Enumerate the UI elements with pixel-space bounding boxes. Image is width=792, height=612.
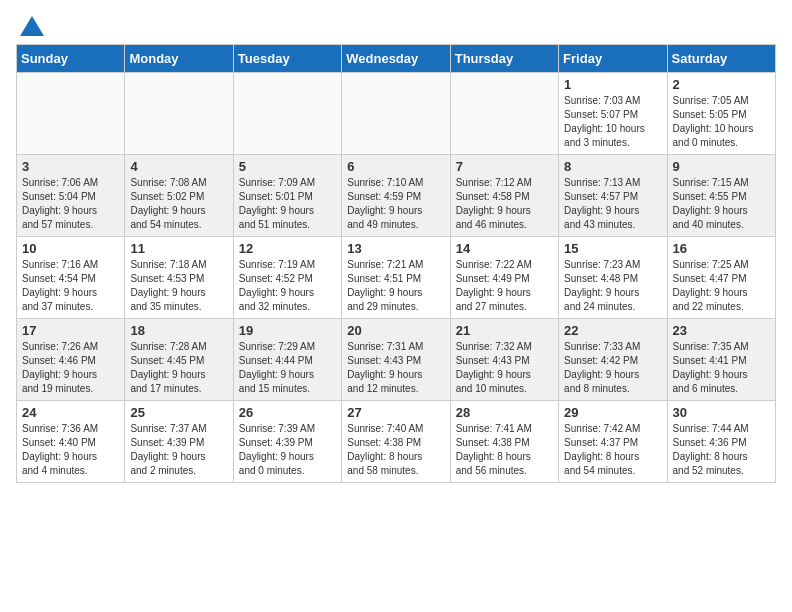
day-detail: Sunrise: 7:15 AM Sunset: 4:55 PM Dayligh… bbox=[673, 176, 770, 232]
calendar-cell: 6Sunrise: 7:10 AM Sunset: 4:59 PM Daylig… bbox=[342, 155, 450, 237]
day-number: 25 bbox=[130, 405, 227, 420]
calendar-cell: 30Sunrise: 7:44 AM Sunset: 4:36 PM Dayli… bbox=[667, 401, 775, 483]
calendar-cell: 3Sunrise: 7:06 AM Sunset: 5:04 PM Daylig… bbox=[17, 155, 125, 237]
day-detail: Sunrise: 7:39 AM Sunset: 4:39 PM Dayligh… bbox=[239, 422, 336, 478]
day-detail: Sunrise: 7:06 AM Sunset: 5:04 PM Dayligh… bbox=[22, 176, 119, 232]
calendar-cell: 25Sunrise: 7:37 AM Sunset: 4:39 PM Dayli… bbox=[125, 401, 233, 483]
calendar-cell: 13Sunrise: 7:21 AM Sunset: 4:51 PM Dayli… bbox=[342, 237, 450, 319]
day-number: 18 bbox=[130, 323, 227, 338]
week-row-4: 17Sunrise: 7:26 AM Sunset: 4:46 PM Dayli… bbox=[17, 319, 776, 401]
col-header-tuesday: Tuesday bbox=[233, 45, 341, 73]
day-detail: Sunrise: 7:19 AM Sunset: 4:52 PM Dayligh… bbox=[239, 258, 336, 314]
day-detail: Sunrise: 7:35 AM Sunset: 4:41 PM Dayligh… bbox=[673, 340, 770, 396]
day-number: 13 bbox=[347, 241, 444, 256]
col-header-friday: Friday bbox=[559, 45, 667, 73]
calendar-cell: 26Sunrise: 7:39 AM Sunset: 4:39 PM Dayli… bbox=[233, 401, 341, 483]
day-number: 24 bbox=[22, 405, 119, 420]
day-detail: Sunrise: 7:31 AM Sunset: 4:43 PM Dayligh… bbox=[347, 340, 444, 396]
day-number: 5 bbox=[239, 159, 336, 174]
day-number: 12 bbox=[239, 241, 336, 256]
calendar-cell: 18Sunrise: 7:28 AM Sunset: 4:45 PM Dayli… bbox=[125, 319, 233, 401]
col-header-monday: Monday bbox=[125, 45, 233, 73]
calendar-cell: 27Sunrise: 7:40 AM Sunset: 4:38 PM Dayli… bbox=[342, 401, 450, 483]
calendar-header: SundayMondayTuesdayWednesdayThursdayFrid… bbox=[17, 45, 776, 73]
day-detail: Sunrise: 7:40 AM Sunset: 4:38 PM Dayligh… bbox=[347, 422, 444, 478]
calendar-cell: 16Sunrise: 7:25 AM Sunset: 4:47 PM Dayli… bbox=[667, 237, 775, 319]
calendar-cell: 5Sunrise: 7:09 AM Sunset: 5:01 PM Daylig… bbox=[233, 155, 341, 237]
calendar-body: 1Sunrise: 7:03 AM Sunset: 5:07 PM Daylig… bbox=[17, 73, 776, 483]
calendar-cell: 4Sunrise: 7:08 AM Sunset: 5:02 PM Daylig… bbox=[125, 155, 233, 237]
calendar-cell: 7Sunrise: 7:12 AM Sunset: 4:58 PM Daylig… bbox=[450, 155, 558, 237]
header-row: SundayMondayTuesdayWednesdayThursdayFrid… bbox=[17, 45, 776, 73]
day-detail: Sunrise: 7:13 AM Sunset: 4:57 PM Dayligh… bbox=[564, 176, 661, 232]
calendar-cell: 23Sunrise: 7:35 AM Sunset: 4:41 PM Dayli… bbox=[667, 319, 775, 401]
day-number: 3 bbox=[22, 159, 119, 174]
day-number: 29 bbox=[564, 405, 661, 420]
day-detail: Sunrise: 7:26 AM Sunset: 4:46 PM Dayligh… bbox=[22, 340, 119, 396]
day-detail: Sunrise: 7:03 AM Sunset: 5:07 PM Dayligh… bbox=[564, 94, 661, 150]
day-detail: Sunrise: 7:10 AM Sunset: 4:59 PM Dayligh… bbox=[347, 176, 444, 232]
day-detail: Sunrise: 7:23 AM Sunset: 4:48 PM Dayligh… bbox=[564, 258, 661, 314]
day-detail: Sunrise: 7:32 AM Sunset: 4:43 PM Dayligh… bbox=[456, 340, 553, 396]
day-number: 26 bbox=[239, 405, 336, 420]
calendar-cell: 9Sunrise: 7:15 AM Sunset: 4:55 PM Daylig… bbox=[667, 155, 775, 237]
day-number: 11 bbox=[130, 241, 227, 256]
day-number: 14 bbox=[456, 241, 553, 256]
calendar-cell: 11Sunrise: 7:18 AM Sunset: 4:53 PM Dayli… bbox=[125, 237, 233, 319]
day-number: 23 bbox=[673, 323, 770, 338]
calendar-cell: 22Sunrise: 7:33 AM Sunset: 4:42 PM Dayli… bbox=[559, 319, 667, 401]
day-detail: Sunrise: 7:41 AM Sunset: 4:38 PM Dayligh… bbox=[456, 422, 553, 478]
calendar-cell: 29Sunrise: 7:42 AM Sunset: 4:37 PM Dayli… bbox=[559, 401, 667, 483]
day-detail: Sunrise: 7:16 AM Sunset: 4:54 PM Dayligh… bbox=[22, 258, 119, 314]
calendar-cell: 15Sunrise: 7:23 AM Sunset: 4:48 PM Dayli… bbox=[559, 237, 667, 319]
day-detail: Sunrise: 7:05 AM Sunset: 5:05 PM Dayligh… bbox=[673, 94, 770, 150]
col-header-wednesday: Wednesday bbox=[342, 45, 450, 73]
calendar-cell: 21Sunrise: 7:32 AM Sunset: 4:43 PM Dayli… bbox=[450, 319, 558, 401]
day-number: 28 bbox=[456, 405, 553, 420]
day-number: 16 bbox=[673, 241, 770, 256]
day-number: 8 bbox=[564, 159, 661, 174]
calendar-cell: 19Sunrise: 7:29 AM Sunset: 4:44 PM Dayli… bbox=[233, 319, 341, 401]
day-number: 9 bbox=[673, 159, 770, 174]
calendar-cell: 28Sunrise: 7:41 AM Sunset: 4:38 PM Dayli… bbox=[450, 401, 558, 483]
col-header-thursday: Thursday bbox=[450, 45, 558, 73]
day-number: 17 bbox=[22, 323, 119, 338]
logo-icon bbox=[20, 16, 44, 36]
day-detail: Sunrise: 7:18 AM Sunset: 4:53 PM Dayligh… bbox=[130, 258, 227, 314]
calendar-cell: 10Sunrise: 7:16 AM Sunset: 4:54 PM Dayli… bbox=[17, 237, 125, 319]
week-row-5: 24Sunrise: 7:36 AM Sunset: 4:40 PM Dayli… bbox=[17, 401, 776, 483]
day-detail: Sunrise: 7:21 AM Sunset: 4:51 PM Dayligh… bbox=[347, 258, 444, 314]
calendar-cell: 24Sunrise: 7:36 AM Sunset: 4:40 PM Dayli… bbox=[17, 401, 125, 483]
calendar-cell bbox=[450, 73, 558, 155]
week-row-3: 10Sunrise: 7:16 AM Sunset: 4:54 PM Dayli… bbox=[17, 237, 776, 319]
day-detail: Sunrise: 7:33 AM Sunset: 4:42 PM Dayligh… bbox=[564, 340, 661, 396]
day-detail: Sunrise: 7:12 AM Sunset: 4:58 PM Dayligh… bbox=[456, 176, 553, 232]
day-detail: Sunrise: 7:44 AM Sunset: 4:36 PM Dayligh… bbox=[673, 422, 770, 478]
day-number: 19 bbox=[239, 323, 336, 338]
day-number: 15 bbox=[564, 241, 661, 256]
calendar-cell bbox=[233, 73, 341, 155]
day-detail: Sunrise: 7:29 AM Sunset: 4:44 PM Dayligh… bbox=[239, 340, 336, 396]
day-number: 1 bbox=[564, 77, 661, 92]
day-number: 2 bbox=[673, 77, 770, 92]
calendar-cell: 17Sunrise: 7:26 AM Sunset: 4:46 PM Dayli… bbox=[17, 319, 125, 401]
calendar-cell: 1Sunrise: 7:03 AM Sunset: 5:07 PM Daylig… bbox=[559, 73, 667, 155]
calendar-cell: 2Sunrise: 7:05 AM Sunset: 5:05 PM Daylig… bbox=[667, 73, 775, 155]
calendar-cell bbox=[125, 73, 233, 155]
day-detail: Sunrise: 7:37 AM Sunset: 4:39 PM Dayligh… bbox=[130, 422, 227, 478]
calendar-cell: 12Sunrise: 7:19 AM Sunset: 4:52 PM Dayli… bbox=[233, 237, 341, 319]
week-row-1: 1Sunrise: 7:03 AM Sunset: 5:07 PM Daylig… bbox=[17, 73, 776, 155]
day-number: 21 bbox=[456, 323, 553, 338]
calendar-cell: 14Sunrise: 7:22 AM Sunset: 4:49 PM Dayli… bbox=[450, 237, 558, 319]
day-detail: Sunrise: 7:08 AM Sunset: 5:02 PM Dayligh… bbox=[130, 176, 227, 232]
day-number: 30 bbox=[673, 405, 770, 420]
day-detail: Sunrise: 7:28 AM Sunset: 4:45 PM Dayligh… bbox=[130, 340, 227, 396]
day-number: 22 bbox=[564, 323, 661, 338]
col-header-sunday: Sunday bbox=[17, 45, 125, 73]
calendar-table: SundayMondayTuesdayWednesdayThursdayFrid… bbox=[16, 44, 776, 483]
day-detail: Sunrise: 7:36 AM Sunset: 4:40 PM Dayligh… bbox=[22, 422, 119, 478]
day-number: 10 bbox=[22, 241, 119, 256]
day-detail: Sunrise: 7:25 AM Sunset: 4:47 PM Dayligh… bbox=[673, 258, 770, 314]
day-number: 4 bbox=[130, 159, 227, 174]
page-header bbox=[16, 16, 776, 36]
